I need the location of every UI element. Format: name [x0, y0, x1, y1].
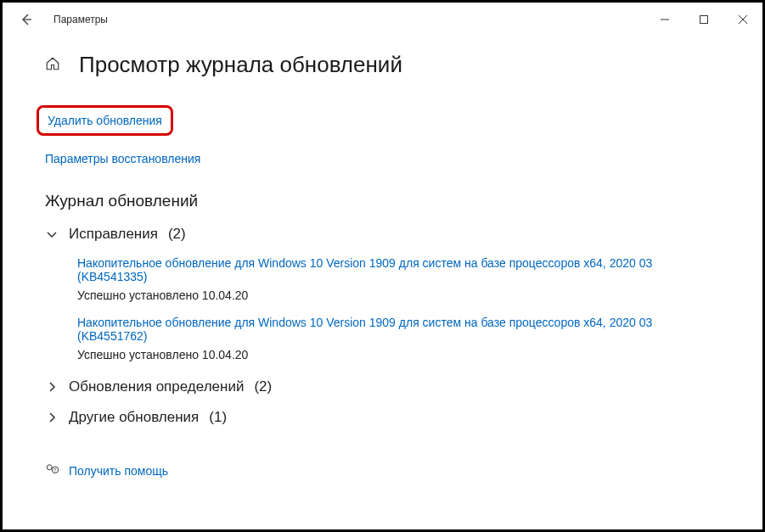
- section-label: Обновления определений: [69, 378, 244, 395]
- section-fixes: Исправления (2) Накопительное обновление…: [45, 222, 720, 361]
- window-controls: [645, 3, 762, 36]
- update-status: Успешно установлено 10.04.20: [77, 288, 720, 302]
- section-fixes-header[interactable]: Исправления (2): [45, 222, 720, 246]
- svg-rect-1: [700, 16, 708, 24]
- section-count: (1): [209, 409, 227, 426]
- back-button[interactable]: [13, 6, 40, 33]
- page-title: Просмотр журнала обновлений: [79, 52, 402, 78]
- uninstall-updates-highlight: Удалить обновления: [37, 105, 173, 136]
- section-other-header[interactable]: Другие обновления (1): [45, 406, 720, 429]
- svg-text:?: ?: [53, 468, 57, 473]
- content-area: Просмотр журнала обновлений Удалить обно…: [3, 36, 762, 480]
- home-icon[interactable]: [45, 56, 60, 75]
- section-definitions: Обновления определений (2): [45, 375, 720, 399]
- section-count: (2): [168, 226, 186, 243]
- section-label: Исправления: [69, 226, 158, 243]
- svg-point-4: [47, 465, 52, 470]
- help-icon: ?: [45, 462, 60, 480]
- update-title-link[interactable]: Накопительное обновление для Windows 10 …: [77, 316, 720, 343]
- update-title-link[interactable]: Накопительное обновление для Windows 10 …: [77, 256, 720, 283]
- maximize-button[interactable]: [684, 3, 723, 36]
- update-item: Накопительное обновление для Windows 10 …: [77, 256, 720, 302]
- minimize-button[interactable]: [645, 3, 684, 36]
- recovery-options-link[interactable]: Параметры восстановления: [45, 152, 200, 165]
- update-item: Накопительное обновление для Windows 10 …: [77, 316, 720, 361]
- get-help-link[interactable]: Получить помощь: [69, 464, 168, 478]
- section-count: (2): [254, 378, 272, 395]
- section-definitions-header[interactable]: Обновления определений (2): [45, 375, 720, 399]
- history-heading: Журнал обновлений: [45, 192, 720, 210]
- chevron-right-icon: [45, 411, 59, 424]
- chevron-down-icon: [45, 227, 59, 241]
- close-button[interactable]: [723, 3, 762, 36]
- title-bar: Параметры: [3, 3, 762, 36]
- uninstall-updates-link[interactable]: Удалить обновления: [48, 114, 162, 127]
- app-title: Параметры: [53, 14, 108, 25]
- chevron-right-icon: [45, 380, 59, 394]
- section-label: Другие обновления: [69, 409, 199, 426]
- section-other: Другие обновления (1): [45, 406, 720, 429]
- update-status: Успешно установлено 10.04.20: [77, 348, 720, 361]
